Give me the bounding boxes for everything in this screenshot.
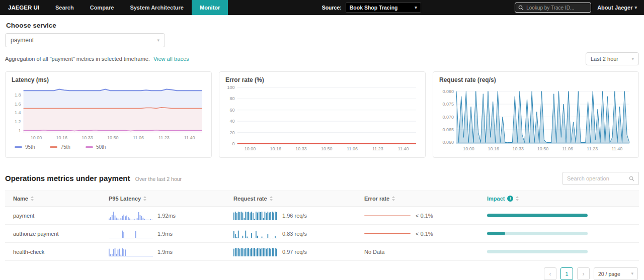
svg-text:10:33: 10:33 <box>82 135 93 140</box>
sort-icon[interactable] <box>392 196 395 201</box>
view-all-traces-link[interactable]: View all traces <box>153 56 189 62</box>
timeframe-select[interactable]: Last 2 hour ▾ <box>586 52 639 65</box>
svg-text:0: 0 <box>232 141 235 146</box>
error-rate-chart[interactable]: 10080604020010:0010:1610:3310:5011:0611:… <box>224 84 420 154</box>
error-rate-sparkline <box>364 233 411 234</box>
svg-text:1.8: 1.8 <box>15 92 21 98</box>
prev-page-button[interactable]: ‹ <box>544 267 556 280</box>
column-header-p95-latency[interactable]: P95 Latency <box>109 196 233 202</box>
svg-text:10:33: 10:33 <box>513 146 524 151</box>
service-select-value: payment <box>11 37 34 44</box>
table-row: authorize payment 1.9ms 0.83 req/s < 0.1… <box>5 225 639 243</box>
request-rate-cell: 0.97 req/s <box>233 247 364 256</box>
chevron-down-icon: ▾ <box>415 6 417 10</box>
trace-search-input[interactable] <box>526 5 588 11</box>
search-icon <box>518 5 524 11</box>
operation-search[interactable] <box>562 172 639 185</box>
impact-bar-fill <box>487 232 505 235</box>
latency-chart-title: Latency (ms) <box>12 76 206 83</box>
svg-text:1.2: 1.2 <box>15 119 21 124</box>
impact-bar-track <box>487 232 588 235</box>
svg-text:11:06: 11:06 <box>133 135 144 140</box>
page-size-select[interactable]: 20 / page ▾ <box>594 267 638 280</box>
trace-search[interactable] <box>515 3 591 13</box>
request-rate-sparkline <box>233 211 278 220</box>
source-label: Source: <box>322 5 342 11</box>
column-header-request-rate[interactable]: Request rate <box>233 196 364 202</box>
error-rate-cell: < 0.1% <box>364 231 487 237</box>
svg-text:10:00: 10:00 <box>31 135 42 140</box>
impact-cell <box>487 214 639 217</box>
info-icon[interactable]: i <box>507 196 513 202</box>
latency-sparkline <box>109 247 153 256</box>
operations-title: Operations metrics under payment <box>5 174 130 182</box>
impact-bar-track <box>487 214 588 217</box>
chevron-down-icon: ▾ <box>634 6 637 10</box>
timeframe-select-value: Last 2 hour <box>591 56 618 62</box>
svg-text:10:16: 10:16 <box>488 146 499 151</box>
legend-item-75th[interactable]: 75th <box>50 144 70 150</box>
svg-text:10:00: 10:00 <box>463 146 474 151</box>
nav-item-compare[interactable]: Compare <box>82 0 122 15</box>
p95-latency-cell: 1.92ms <box>109 211 233 220</box>
svg-text:11:23: 11:23 <box>587 146 598 151</box>
error-rate-cell: No Data <box>364 249 487 255</box>
svg-text:0.065: 0.065 <box>442 127 454 132</box>
svg-text:11:06: 11:06 <box>562 146 573 151</box>
column-header-impact[interactable]: Impact i <box>487 196 639 202</box>
sort-icon[interactable] <box>31 196 34 201</box>
source-select[interactable]: Book Shop Tracing ▾ <box>346 3 421 13</box>
impact-bar-fill <box>487 214 588 217</box>
search-icon <box>629 176 634 181</box>
svg-text:0.075: 0.075 <box>442 102 454 107</box>
svg-text:10:33: 10:33 <box>295 146 307 151</box>
impact-cell <box>487 232 639 235</box>
impact-bar-track <box>487 250 588 253</box>
p95-latency-cell: 1.9ms <box>109 229 233 238</box>
about-jaeger-menu[interactable]: About Jaeger ▾ <box>597 5 637 11</box>
svg-text:1.6: 1.6 <box>15 102 21 107</box>
nav-item-system-architecture[interactable]: System Architecture <box>122 0 192 15</box>
legend-dash-75th <box>50 146 57 148</box>
choose-service-heading: Choose service <box>6 22 638 29</box>
service-select[interactable]: payment ▾ <box>5 33 165 47</box>
svg-text:10:50: 10:50 <box>537 146 549 151</box>
svg-text:11:23: 11:23 <box>372 146 383 151</box>
svg-text:80: 80 <box>230 96 235 101</box>
svg-text:0.070: 0.070 <box>442 115 454 120</box>
legend-dash-50th <box>86 146 93 148</box>
latency-chart[interactable]: 1.81.61.41.2110:0010:1610:3310:5011:0611… <box>11 84 206 143</box>
svg-text:11:40: 11:40 <box>611 146 622 151</box>
next-page-button[interactable]: › <box>577 267 590 280</box>
request-rate-card: Request rate (req/s) 0.0800.0750.0700.06… <box>433 71 639 158</box>
aggregation-text: Aggregation of all "payment" metrics in … <box>5 56 150 62</box>
svg-text:1.4: 1.4 <box>15 110 21 115</box>
column-header-name[interactable]: Name <box>13 196 109 202</box>
legend-dash-95th <box>15 146 22 148</box>
operation-search-input[interactable] <box>567 175 626 181</box>
nav-item-search[interactable]: Search <box>47 0 82 15</box>
monitor-page: Choose service payment ▾ Aggregation of … <box>0 22 644 280</box>
chevron-down-icon: ▾ <box>631 271 633 276</box>
app-logo[interactable]: JAEGER UI <box>0 0 47 15</box>
sort-icon[interactable] <box>143 196 146 201</box>
error-rate-sparkline <box>364 215 411 216</box>
error-rate-chart-title: Error rate (%) <box>225 76 420 83</box>
error-rate-cell: < 0.1% <box>364 213 487 219</box>
sort-icon[interactable] <box>516 196 519 201</box>
request-rate-chart[interactable]: 0.0800.0750.0700.0650.06010:0010:1610:33… <box>438 84 633 154</box>
legend-item-95th[interactable]: 95th <box>15 144 35 150</box>
aggregation-note: Aggregation of all "payment" metrics in … <box>5 56 189 62</box>
svg-text:11:06: 11:06 <box>347 146 358 151</box>
legend-item-50th[interactable]: 50th <box>86 144 106 150</box>
page-button-1[interactable]: 1 <box>560 267 573 280</box>
nav-item-monitor[interactable]: Monitor <box>192 0 228 15</box>
column-header-error-rate[interactable]: Error rate <box>364 196 487 202</box>
svg-text:10:16: 10:16 <box>56 135 67 140</box>
operations-subtitle: Over the last 2 hour <box>135 176 182 182</box>
svg-text:0.060: 0.060 <box>442 140 454 145</box>
nav-right-group: About Jaeger ▾ <box>515 0 644 15</box>
operation-name: payment <box>13 213 109 219</box>
chevron-down-icon: ▾ <box>157 38 159 43</box>
sort-icon[interactable] <box>270 196 273 201</box>
